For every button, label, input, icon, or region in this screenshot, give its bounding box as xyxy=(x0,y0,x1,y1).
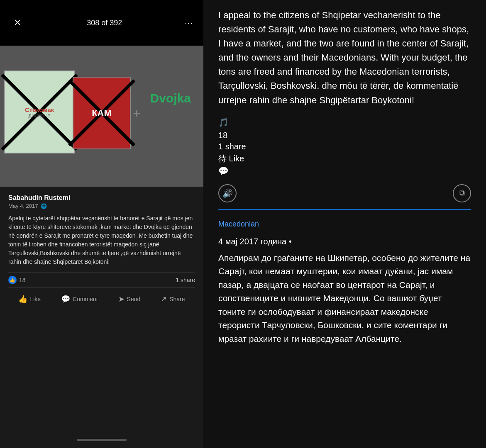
comment-icon: 💬 xyxy=(218,166,229,175)
comment-button[interactable]: 💬 Comment xyxy=(61,295,98,304)
like-button[interactable]: 👍 Like xyxy=(18,295,41,304)
like-row: 待 Like xyxy=(218,153,471,164)
post-meta: May 4, 2017 🌐 xyxy=(8,203,195,209)
original-date: 4 мај 2017 година • xyxy=(218,237,471,246)
tts-button[interactable]: 🔊 xyxy=(218,184,237,202)
share-button[interactable]: ↗ Share xyxy=(161,295,185,304)
share-label: Share xyxy=(169,296,185,302)
send-button[interactable]: ➤ Send xyxy=(118,295,141,304)
dvojka-text: Dvojka xyxy=(150,91,191,105)
post-image: Стокомак ДИСКОНТ КАМ Dvojka + xyxy=(0,46,203,187)
share-action-icon: ↗ xyxy=(161,295,167,304)
original-text: Апелирам до граѓаните на Шкипетар, особе… xyxy=(218,251,471,346)
translated-text: I appeal to the citizens of Shqipetar ve… xyxy=(218,8,471,107)
reactions-row: 👍 18 1 share xyxy=(8,272,195,288)
close-button[interactable]: ✕ xyxy=(10,15,25,30)
post-content: Sabahudin Rustemi May 4, 2017 🌐 Apeloj t… xyxy=(0,187,203,431)
stats-number: 18 xyxy=(218,131,471,140)
like-label: Like xyxy=(30,296,41,302)
post-text: Apeloj te qytetarët shqipëtar veçanërish… xyxy=(8,214,195,266)
reaction-number: 18 xyxy=(19,277,26,283)
tts-controls: 🔊 ⧉ xyxy=(218,184,471,202)
right-share-count: 1 share xyxy=(218,142,471,151)
send-label: Send xyxy=(127,296,141,302)
store-sign-middle: КАМ xyxy=(73,77,131,149)
copy-button[interactable]: ⧉ xyxy=(453,184,471,202)
left-panel: ✕ 308 of 392 ··· Стокомак ДИСКОНТ КАМ Dv… xyxy=(0,0,203,448)
comment-icon-row: 💬 xyxy=(218,166,471,176)
comment-label: Comment xyxy=(73,296,98,302)
like-count: 👍 18 xyxy=(8,276,26,284)
emoji-line: 🎵 xyxy=(218,117,471,127)
scroll-indicator xyxy=(77,439,127,441)
sign-middle-text: КАМ xyxy=(92,108,112,119)
copy-icon: ⧉ xyxy=(459,189,465,197)
top-bar: ✕ 308 of 392 ··· xyxy=(0,0,203,46)
author-name: Sabahudin Rustemi xyxy=(8,194,195,202)
post-date: May 4, 2017 xyxy=(8,203,38,209)
sign-left-text: Стокомак xyxy=(25,106,54,113)
speaker-icon: 🔊 xyxy=(222,188,233,198)
counter-label: 308 of 392 xyxy=(87,19,122,27)
plus-sign: + xyxy=(133,106,141,121)
store-sign-left: Стокомак ДИСКОНТ xyxy=(4,71,75,153)
right-panel: I appeal to the citizens of Shqipetar ve… xyxy=(203,0,486,448)
more-button[interactable]: ··· xyxy=(184,18,193,28)
language-label: Macedonian xyxy=(218,220,471,229)
share-count: 1 share xyxy=(176,277,195,283)
action-bar: 👍 Like 💬 Comment ➤ Send ↗ Share xyxy=(8,291,195,307)
sign-left-sub: ДИСКОНТ xyxy=(29,113,51,118)
store-sign-bg: Стокомак ДИСКОНТ КАМ Dvojka + xyxy=(0,46,203,187)
like-icon-small: 👍 xyxy=(8,276,17,284)
bottom-bar xyxy=(0,431,203,448)
language-divider xyxy=(218,209,471,210)
send-action-icon: ➤ xyxy=(118,295,125,304)
comment-action-icon: 💬 xyxy=(61,295,70,304)
like-action-icon: 👍 xyxy=(18,295,27,304)
globe-icon: 🌐 xyxy=(41,203,47,209)
